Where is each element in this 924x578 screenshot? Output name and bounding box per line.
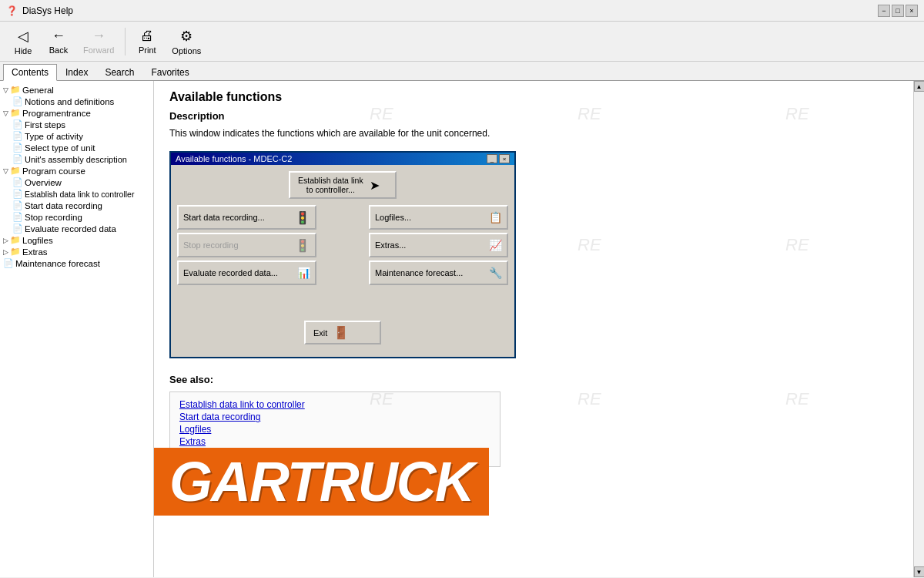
see-also-title: See also: [169, 374, 898, 385]
page-title: Available functions [169, 90, 898, 104]
tab-contents[interactable]: Contents [3, 64, 57, 81]
sidebar-label-extras: Extras [22, 247, 48, 257]
start-recording-btn[interactable]: Start data recording... 🚦 [177, 205, 316, 230]
sidebar-item-stoprecording[interactable]: 📄 Stop recording [0, 211, 153, 223]
sidebar-item-evaluate[interactable]: 📄 Evaluate recorded data [0, 223, 153, 234]
title-bar-left: ❓ DiaSys Help [6, 5, 73, 16]
options-button[interactable]: ⚙ Options [166, 25, 207, 59]
expand-general-icon: ▽ [3, 86, 8, 94]
exit-btn[interactable]: Exit 🚪 [304, 321, 381, 344]
print-icon: 🖨 [140, 28, 154, 44]
app-icon: ❓ [6, 5, 18, 16]
see-also-link-extras[interactable]: Extras [179, 435, 490, 448]
evaluate-label: Evaluate recorded data... [183, 268, 278, 277]
sidebar-label-startrecording: Start data recording [25, 201, 102, 210]
dialog-spacer-2 [320, 233, 366, 257]
watermark-6: RE [785, 235, 809, 255]
sidebar-item-programentrance[interactable]: ▽ 📁 Programentrance [0, 107, 153, 119]
evaluate-icon: 📊 [297, 267, 310, 279]
doc-maintenance-icon: 📄 [3, 258, 14, 268]
sidebar-label-general: General [22, 86, 54, 95]
sidebar-item-assembly[interactable]: 📄 Unit's assembly description [0, 153, 153, 165]
sidebar-label-selecttype: Select type of unit [25, 143, 95, 153]
main-layout: ▽ 📁 General 📄 Notions and definitions ▽ … [0, 81, 924, 577]
hide-label: Hide [15, 46, 32, 55]
dialog-title: Available functions - MDEC-C2 [176, 154, 292, 163]
forward-button[interactable]: → Forward [77, 25, 120, 58]
see-also-link-start[interactable]: Start data recording [179, 411, 490, 423]
right-scrollbar[interactable]: ▲ ▼ [913, 81, 924, 577]
sidebar-label-prog: Programentrance [22, 109, 91, 118]
sidebar-label-assembly: Unit's assembly description [25, 155, 127, 164]
back-button[interactable]: ← Back [42, 25, 75, 58]
sidebar-item-firststeps[interactable]: 📄 First steps [0, 119, 153, 130]
see-also-link-establish[interactable]: Establish data link to controller [179, 398, 490, 411]
dialog-row-2: Stop recording 🚦 Extras... 📈 [177, 233, 508, 257]
content-subtitle: Description [169, 110, 898, 122]
dialog-bottom: Exit 🚪 [177, 314, 508, 351]
sidebar-item-maintenance[interactable]: 📄 Maintenance forecast [0, 257, 153, 269]
sidebar-item-programcourse[interactable]: ▽ 📁 Program course [0, 165, 153, 176]
stop-recording-btn[interactable]: Stop recording 🚦 [177, 233, 316, 257]
sidebar-item-typeactivity[interactable]: 📄 Type of activity [0, 130, 153, 142]
dialog-close-btn: × [499, 154, 510, 163]
forward-icon: → [92, 28, 105, 44]
establish-label: Establish data linkto controller... [298, 176, 363, 194]
print-button[interactable]: 🖨 Print [130, 25, 164, 58]
extras-icon: 📈 [489, 239, 502, 251]
extras-btn[interactable]: Extras... 📈 [369, 233, 508, 257]
sidebar-item-overview[interactable]: 📄 Overview [0, 176, 153, 188]
sidebar-item-general[interactable]: ▽ 📁 General [0, 84, 153, 96]
start-recording-label: Start data recording... [183, 213, 265, 222]
dialog-content: Establish data linkto controller... ➤ St… [171, 165, 514, 357]
sidebar-item-startrecording[interactable]: 📄 Start data recording [0, 200, 153, 211]
hide-button[interactable]: ◁ Hide [6, 25, 40, 59]
expand-extras-icon: ▷ [3, 248, 8, 256]
sidebar-item-selecttype[interactable]: 📄 Select type of unit [0, 142, 153, 153]
sidebar-item-logfiles[interactable]: ▷ 📁 Logfiles [0, 234, 153, 246]
scroll-up-arrow[interactable]: ▲ [914, 81, 925, 92]
folder-prog-icon: 📁 [10, 108, 21, 118]
title-bar: ❓ DiaSys Help − □ × [0, 0, 924, 22]
maintenance-btn[interactable]: Maintenance forecast... 🔧 [369, 260, 508, 285]
dialog-spacer-3 [320, 260, 366, 285]
minimize-button[interactable]: − [878, 5, 890, 17]
sidebar-item-extras[interactable]: ▷ 📁 Extras [0, 246, 153, 257]
content-description: This window indicates the functions whic… [169, 128, 898, 139]
forward-label: Forward [83, 45, 114, 55]
maximize-button[interactable]: □ [892, 5, 904, 17]
dialog-minimize-btn: _ [487, 154, 497, 163]
gartruck-overlay: GARTRUCK [154, 448, 489, 516]
title-bar-controls[interactable]: − □ × [878, 5, 918, 17]
toolbar: ◁ Hide ← Back → Forward 🖨 Print ⚙ Option… [0, 22, 924, 62]
print-label: Print [139, 45, 156, 55]
start-recording-icon: 🚦 [295, 210, 310, 225]
sidebar-label-establish: Establish data link to controller [25, 190, 134, 199]
close-button[interactable]: × [906, 5, 918, 17]
doc-activity-icon: 📄 [12, 131, 23, 141]
logfiles-btn[interactable]: Logfiles... 📋 [369, 205, 508, 230]
establish-btn[interactable]: Establish data linkto controller... ➤ [289, 171, 397, 199]
options-label: Options [172, 46, 201, 55]
sidebar-item-establish[interactable]: 📄 Establish data link to controller [0, 188, 153, 200]
evaluate-btn[interactable]: Evaluate recorded data... 📊 [177, 260, 316, 285]
sidebar-label-typeactivity: Type of activity [25, 132, 83, 141]
logfiles-icon: 📋 [489, 211, 502, 223]
see-also-link-logfiles[interactable]: Logfiles [179, 423, 490, 435]
doc-establish-icon: 📄 [12, 189, 23, 199]
options-icon: ⚙ [180, 28, 192, 45]
dialog-top-center: Establish data linkto controller... ➤ [177, 171, 508, 199]
tab-index[interactable]: Index [57, 64, 96, 80]
doc-notions-icon: 📄 [12, 96, 23, 106]
back-icon: ← [52, 28, 65, 44]
sidebar-item-notions[interactable]: 📄 Notions and definitions [0, 96, 153, 107]
scroll-down-arrow[interactable]: ▼ [914, 566, 925, 577]
dialog-title-buttons: _ × [487, 154, 510, 163]
gartruck-text: GARTRUCK [169, 451, 474, 512]
tab-search[interactable]: Search [96, 64, 142, 80]
maintenance-icon: 🔧 [489, 267, 502, 279]
toolbar-sep-1 [125, 28, 126, 55]
tab-favorites[interactable]: Favorites [142, 64, 197, 80]
expand-course-icon: ▽ [3, 167, 8, 175]
sidebar-label-overview: Overview [25, 178, 62, 187]
